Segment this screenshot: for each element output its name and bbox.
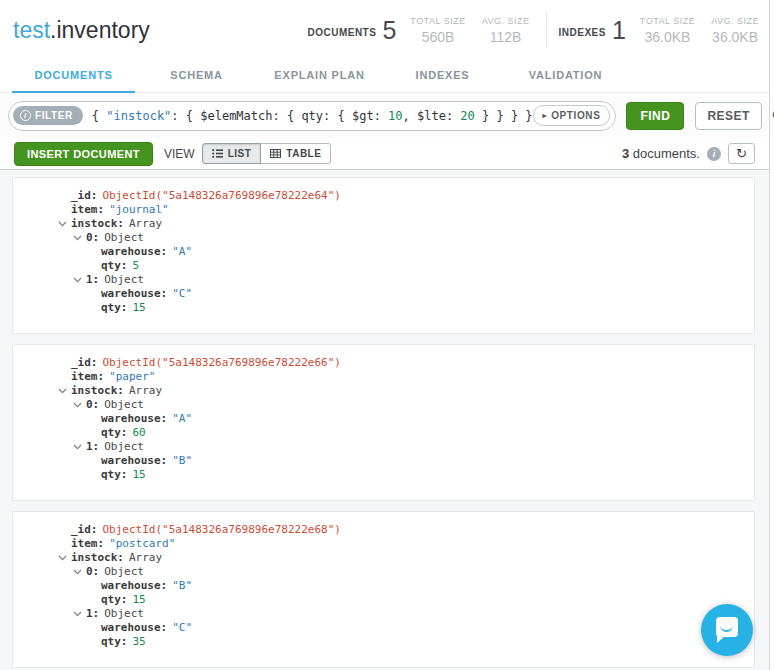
number-value: 15 <box>133 468 146 481</box>
documents-stat-label: DOCUMENTS <box>307 27 376 38</box>
indexes-stat-label: INDEXES <box>559 27 606 38</box>
string-value: "C" <box>172 621 192 634</box>
objectid-value: ObjectId("5a148326a769896e78222e68") <box>103 523 341 536</box>
array-type-label: Array <box>129 217 162 230</box>
array-type-label: Array <box>129 551 162 564</box>
object-type-label: Object <box>104 231 144 244</box>
collapse-chevron-icon[interactable] <box>73 231 86 245</box>
field-row: _id:ObjectId("5a148326a769896e78222e66") <box>71 356 754 370</box>
collapse-chevron-icon[interactable] <box>58 384 71 398</box>
string-value: "paper" <box>109 370 155 383</box>
number-value: 15 <box>133 301 146 314</box>
collapse-chevron-icon[interactable] <box>73 398 86 412</box>
tab-schema[interactable]: SCHEMA <box>135 60 258 93</box>
string-value: "postcard" <box>109 537 175 550</box>
filter-query-input[interactable]: { "instock": { $elemMatch: { qty: { $gt:… <box>92 109 533 123</box>
field-key: warehouse: <box>101 579 167 592</box>
field-row: warehouse:"A" <box>71 245 754 259</box>
array-type-label: Array <box>129 384 162 397</box>
filter-pill[interactable]: i FILTER <box>13 106 83 125</box>
indexes-total-size-stat: TOTAL SIZE 36.0KB <box>640 16 695 45</box>
field-row: item:"journal" <box>71 203 754 217</box>
stat-value: 36.0KB <box>712 29 758 45</box>
field-key: qty: <box>101 259 128 272</box>
field-row: instock:Array <box>71 217 754 231</box>
collapse-chevron-icon[interactable] <box>58 217 71 231</box>
options-button[interactable]: ▸ OPTIONS <box>533 105 611 126</box>
string-value: "A" <box>172 245 192 258</box>
field-row: 1:Object <box>71 273 754 287</box>
field-row: qty:15 <box>71 301 754 315</box>
query-number: 10 <box>388 109 402 123</box>
stat-label: AVG. SIZE <box>482 16 530 26</box>
collapse-chevron-icon[interactable] <box>58 551 71 565</box>
tab-validation[interactable]: VALIDATION <box>504 60 627 93</box>
collapse-chevron-icon[interactable] <box>73 273 86 287</box>
stat-label: TOTAL SIZE <box>640 16 695 26</box>
tab-explain-plan[interactable]: EXPLAIN PLAN <box>258 60 381 93</box>
collapse-chevron-icon[interactable] <box>73 607 86 621</box>
collapse-chevron-icon[interactable] <box>73 565 86 579</box>
document-card[interactable]: _id:ObjectId("5a148326a769896e78222e66")… <box>12 344 755 501</box>
string-value: "A" <box>172 412 192 425</box>
object-type-label: Object <box>104 273 144 286</box>
collection-view: test.inventory DOCUMENTS 5 TOTAL SIZE 56… <box>0 0 770 670</box>
field-key: instock: <box>71 384 124 397</box>
tab-documents[interactable]: DOCUMENTS <box>12 60 135 93</box>
field-key: warehouse: <box>101 454 167 467</box>
field-key: instock: <box>71 217 124 230</box>
collection-name: inventory <box>56 17 149 43</box>
object-type-label: Object <box>104 607 144 620</box>
chat-smile-icon <box>720 625 733 632</box>
documents-count-suffix: documents. <box>629 146 700 161</box>
field-row: instock:Array <box>71 551 754 565</box>
refresh-icon[interactable]: ↻ <box>728 143 755 164</box>
string-value: "journal" <box>109 203 169 216</box>
stat-value: 36.0KB <box>645 29 691 45</box>
chat-button[interactable] <box>701 604 753 656</box>
view-table-button[interactable]: TABLE <box>261 143 331 164</box>
list-icon <box>212 149 223 158</box>
stats-divider <box>546 12 547 48</box>
document-card[interactable]: _id:ObjectId("5a148326a769896e78222e68")… <box>12 511 755 668</box>
document-list: _id:ObjectId("5a148326a769896e78222e64")… <box>0 171 769 670</box>
field-row: warehouse:"B" <box>71 579 754 593</box>
find-button[interactable]: FIND <box>626 102 684 130</box>
field-key: qty: <box>101 593 128 606</box>
namespace-title: test.inventory <box>13 17 150 44</box>
collapse-chevron-icon[interactable] <box>73 440 86 454</box>
field-row: qty:5 <box>71 259 754 273</box>
field-row: item:"paper" <box>71 370 754 384</box>
view-list-button[interactable]: LIST <box>202 143 262 164</box>
reset-button[interactable]: RESET <box>695 102 762 130</box>
field-key: warehouse: <box>101 245 167 258</box>
stat-value: 112B <box>490 29 522 45</box>
field-row: 0:Object <box>71 565 754 579</box>
filter-input-container[interactable]: i FILTER { "instock": { $elemMatch: { qt… <box>8 101 616 131</box>
field-row: 1:Object <box>71 607 754 621</box>
documents-total-size-stat: TOTAL SIZE 560B <box>410 16 465 45</box>
stat-label: TOTAL SIZE <box>410 16 465 26</box>
field-key: warehouse: <box>101 412 167 425</box>
documents-stat-value: 5 <box>382 18 396 43</box>
field-key: qty: <box>101 301 128 314</box>
field-row: 0:Object <box>71 231 754 245</box>
indexes-stat: INDEXES 1 <box>559 18 626 43</box>
insert-document-button[interactable]: INSERT DOCUMENT <box>14 142 153 166</box>
documents-toolbar: INSERT DOCUMENT VIEW LIST TABLE 3 docume… <box>0 138 769 170</box>
field-key: item: <box>71 203 104 216</box>
field-row: warehouse:"A" <box>71 412 754 426</box>
array-index-key: 1: <box>86 607 99 620</box>
array-index-key: 0: <box>86 565 99 578</box>
info-icon[interactable]: i <box>707 147 721 161</box>
field-key: _id: <box>71 356 98 369</box>
document-card[interactable]: _id:ObjectId("5a148326a769896e78222e64")… <box>12 177 755 334</box>
field-key: item: <box>71 537 104 550</box>
field-row: qty:60 <box>71 426 754 440</box>
field-key: item: <box>71 370 104 383</box>
objectid-value: ObjectId("5a148326a769896e78222e66") <box>103 356 341 369</box>
string-value: "B" <box>172 579 192 592</box>
number-value: 15 <box>133 593 146 606</box>
tab-indexes[interactable]: INDEXES <box>381 60 504 93</box>
query-brace: } } } } <box>475 109 533 123</box>
